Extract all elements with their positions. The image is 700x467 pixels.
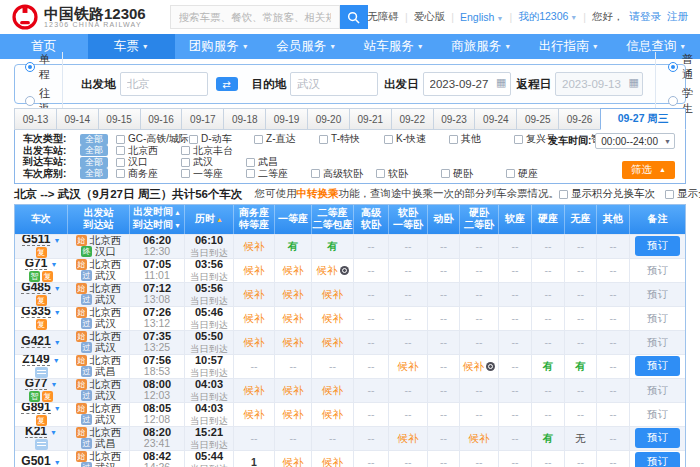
date-tab[interactable]: 09-23 [433,108,475,130]
date-tab-selected[interactable]: 09-27 周三 [600,108,686,130]
column-header[interactable]: 出发站到达站 [68,205,130,234]
column-header[interactable]: 出发时间▲到达时间▼ [130,205,185,234]
chevron-down-icon[interactable]: ▼ [54,283,61,294]
train-number-link[interactable]: G71 [25,259,48,271]
book-button[interactable]: 预订 [635,452,680,467]
waitlist-link[interactable]: 候补 [317,265,349,276]
filter-option[interactable]: 商务座 [116,167,181,181]
depart-time-select[interactable]: 00:00--24:00 ▼ [595,133,675,149]
waitlist-link[interactable]: 候补 [283,289,304,300]
nav-item[interactable]: 站车服务▼ [350,34,438,59]
waitlist-link[interactable]: 候补 [322,457,343,467]
filter-button[interactable]: 筛选 ▲ [622,161,675,179]
waitlist-link[interactable]: 候补 [283,265,304,276]
sort-icon[interactable]: ▼ [174,222,181,229]
date-tab[interactable]: 09-13 [14,108,56,130]
waitlist-link[interactable]: 候补 [244,265,265,276]
train-number-link[interactable]: G485 [21,283,50,295]
train-number-link[interactable]: G335 [21,307,50,319]
filter-all-chip[interactable]: 全部 [80,168,108,179]
waitlist-link[interactable]: 候补 [283,409,304,420]
filter-option[interactable]: 硬座 [506,167,571,181]
column-header[interactable]: 备注 [630,205,685,234]
waitlist-link[interactable]: 候补 [283,457,304,467]
column-header[interactable]: 无座 [565,205,597,234]
date-tab[interactable]: 09-14 [56,108,98,130]
to-station-input[interactable] [290,72,378,96]
column-header[interactable]: 商务座特等座 [234,205,275,234]
filter-option[interactable]: 其他 [449,132,514,146]
waitlist-link[interactable]: 候补 [244,385,265,396]
filter-all-chip[interactable]: 全部 [80,145,108,156]
nav-item[interactable]: 车票▼ [88,34,176,59]
top-link[interactable]: 我的12306▼ [518,10,577,24]
passenger-type-radio[interactable]: 普通 [668,52,693,82]
swap-stations-icon[interactable]: ⇄ [216,77,238,91]
waitlist-link[interactable]: 候补 [244,289,265,300]
date-tab[interactable]: 09-22 [391,108,433,130]
filter-option[interactable]: 一等座 [181,167,246,181]
points-exchange-checkbox[interactable]: 显示积分兑换车次 [559,187,655,201]
train-number-link[interactable]: K21 [25,427,47,439]
date-tab[interactable]: 09-16 [140,108,182,130]
waitlist-link[interactable]: 候补 [322,313,343,324]
date-tab[interactable]: 09-17 [181,108,223,130]
sort-icon[interactable]: ▲ [216,216,223,223]
from-station-input[interactable] [120,72,208,96]
chevron-down-icon[interactable]: ▼ [50,379,57,390]
column-header[interactable]: 一等座 [275,205,312,234]
column-header[interactable]: 历时▲ [185,205,234,234]
waitlist-link[interactable]: 候补 [469,433,490,444]
filter-option[interactable]: T-特快 [319,132,384,146]
calendar-icon[interactable]: ▦ [496,76,506,89]
waitlist-link[interactable]: 候补 [244,337,265,348]
filter-option[interactable]: 高级软卧 [311,167,376,181]
date-tab[interactable]: 09-18 [223,108,265,130]
search-button[interactable] [340,5,368,29]
train-number-link[interactable]: G891 [21,403,50,415]
column-header[interactable]: 二等座二等包座 [312,205,354,234]
waitlist-link[interactable]: 候补 [244,241,265,252]
chevron-down-icon[interactable]: ▼ [53,235,60,246]
column-header[interactable]: 硬卧二等卧 [460,205,499,234]
column-header[interactable]: 车次 [15,205,68,234]
date-tab[interactable]: 09-20 [307,108,349,130]
login-link[interactable]: 请登录 [630,10,662,24]
train-number-link[interactable]: G421 [21,336,50,348]
chevron-down-icon[interactable]: ▼ [53,355,60,366]
all-bookable-checkbox[interactable]: 显示全部可预订车次 [665,187,700,201]
column-header[interactable]: 其他 [597,205,630,234]
filter-option[interactable]: 软卧 [376,167,441,181]
filter-option[interactable]: 硬卧 [441,167,506,181]
nav-item[interactable]: 出行指南▼ [525,34,613,59]
book-button[interactable]: 预订 [635,428,680,448]
filter-option[interactable]: Z-直达 [254,132,319,146]
column-header[interactable]: 软座 [499,205,532,234]
waitlist-link[interactable]: 候补 [322,337,343,348]
chevron-down-icon[interactable]: ▼ [54,403,61,414]
nav-item[interactable]: 商旅服务▼ [438,34,526,59]
chevron-down-icon[interactable]: ▼ [54,337,61,348]
column-header[interactable]: 高级软卧 [354,205,389,234]
waitlist-link[interactable]: 候补 [398,433,419,444]
waitlist-link[interactable]: 候补 [283,313,304,324]
nav-item[interactable]: 会员服务▼ [263,34,351,59]
search-input[interactable] [170,5,340,29]
train-number-link[interactable]: Z149 [22,355,49,367]
waitlist-link[interactable]: 候补 [322,289,343,300]
date-tab[interactable]: 09-15 [98,108,140,130]
waitlist-link[interactable]: 候补 [322,409,343,420]
filter-all-chip[interactable]: 全部 [80,157,108,168]
waitlist-link[interactable]: 候补 [283,385,304,396]
nav-item[interactable]: 团购服务▼ [175,34,263,59]
chevron-down-icon[interactable]: ▼ [50,259,57,270]
waitlist-link[interactable]: 候补 [322,385,343,396]
column-header[interactable]: 软卧一等卧 [389,205,428,234]
top-link[interactable]: English▼ [460,11,503,23]
waitlist-link[interactable]: 候补 [283,337,304,348]
waitlist-link[interactable]: 候补 [463,361,495,372]
filter-option[interactable]: K-快速 [384,132,449,146]
waitlist-link[interactable]: 候补 [244,313,265,324]
top-link[interactable]: 爱心版 [414,10,446,24]
waitlist-link[interactable]: 候补 [398,361,419,372]
